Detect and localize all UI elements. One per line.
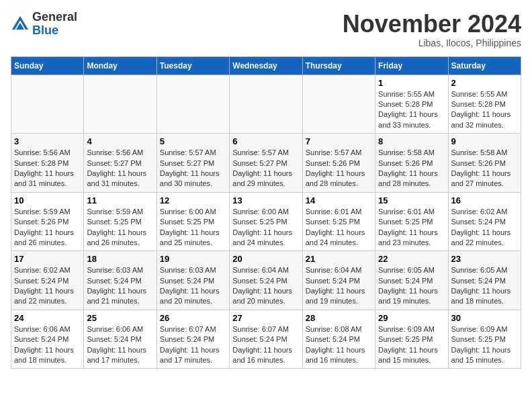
calendar-cell (11, 75, 84, 134)
logo-blue-text: Blue (32, 24, 58, 37)
day-info: Sunrise: 6:04 AM Sunset: 5:24 PM Dayligh… (306, 265, 372, 307)
weekday-header-wednesday: Wednesday (230, 56, 302, 75)
month-title: November 2024 (343, 11, 521, 38)
day-number: 30 (451, 313, 518, 323)
calendar-cell: 27Sunrise: 6:07 AM Sunset: 5:24 PM Dayli… (230, 310, 302, 369)
day-info: Sunrise: 6:08 AM Sunset: 5:24 PM Dayligh… (306, 324, 372, 366)
weekday-header-tuesday: Tuesday (157, 56, 229, 75)
calendar-cell: 4Sunrise: 5:56 AM Sunset: 5:27 PM Daylig… (84, 134, 157, 193)
day-info: Sunrise: 6:07 AM Sunset: 5:24 PM Dayligh… (232, 324, 299, 366)
day-number: 5 (160, 136, 226, 146)
day-number: 23 (451, 254, 518, 264)
logo-text: General Blue (32, 11, 77, 38)
day-info: Sunrise: 5:57 AM Sunset: 5:27 PM Dayligh… (160, 148, 226, 189)
calendar-cell: 29Sunrise: 6:09 AM Sunset: 5:25 PM Dayli… (375, 310, 448, 369)
day-number: 14 (306, 195, 372, 205)
day-info: Sunrise: 6:01 AM Sunset: 5:25 PM Dayligh… (306, 207, 372, 248)
calendar-cell (84, 75, 157, 134)
day-info: Sunrise: 6:02 AM Sunset: 5:24 PM Dayligh… (451, 207, 518, 248)
day-number: 19 (160, 254, 226, 264)
calendar-cell: 12Sunrise: 6:00 AM Sunset: 5:25 PM Dayli… (157, 192, 229, 251)
day-info: Sunrise: 6:02 AM Sunset: 5:24 PM Dayligh… (14, 265, 81, 307)
day-number: 27 (232, 313, 299, 323)
logo: General Blue (11, 11, 77, 38)
day-number: 15 (378, 195, 445, 205)
day-info: Sunrise: 6:09 AM Sunset: 5:25 PM Dayligh… (451, 324, 518, 366)
day-info: Sunrise: 5:58 AM Sunset: 5:26 PM Dayligh… (451, 148, 518, 189)
calendar-cell: 9Sunrise: 5:58 AM Sunset: 5:26 PM Daylig… (448, 134, 521, 193)
calendar-cell: 28Sunrise: 6:08 AM Sunset: 5:24 PM Dayli… (302, 310, 375, 369)
calendar-week-4: 17Sunrise: 6:02 AM Sunset: 5:24 PM Dayli… (11, 251, 521, 310)
calendar-week-1: 1Sunrise: 5:55 AM Sunset: 5:28 PM Daylig… (11, 75, 521, 134)
day-number: 26 (160, 313, 226, 323)
day-info: Sunrise: 6:00 AM Sunset: 5:25 PM Dayligh… (160, 207, 226, 248)
calendar-cell (157, 75, 229, 134)
day-number: 8 (378, 136, 445, 146)
day-number: 3 (14, 136, 81, 146)
day-info: Sunrise: 6:03 AM Sunset: 5:24 PM Dayligh… (87, 265, 153, 307)
calendar-cell: 17Sunrise: 6:02 AM Sunset: 5:24 PM Dayli… (11, 251, 84, 310)
day-info: Sunrise: 5:56 AM Sunset: 5:28 PM Dayligh… (14, 148, 81, 189)
weekday-header-saturday: Saturday (448, 56, 521, 75)
day-number: 6 (232, 136, 299, 146)
day-number: 28 (306, 313, 372, 323)
calendar-cell: 30Sunrise: 6:09 AM Sunset: 5:25 PM Dayli… (448, 310, 521, 369)
day-number: 7 (306, 136, 372, 146)
day-info: Sunrise: 6:05 AM Sunset: 5:24 PM Dayligh… (378, 265, 445, 307)
calendar-cell: 5Sunrise: 5:57 AM Sunset: 5:27 PM Daylig… (157, 134, 229, 193)
day-number: 11 (87, 195, 153, 205)
title-block: November 2024 Libas, Ilocos, Philippines (343, 11, 521, 48)
calendar-cell: 15Sunrise: 6:01 AM Sunset: 5:25 PM Dayli… (375, 192, 448, 251)
day-number: 9 (451, 136, 518, 146)
calendar-cell: 1Sunrise: 5:55 AM Sunset: 5:28 PM Daylig… (375, 75, 448, 134)
day-info: Sunrise: 5:55 AM Sunset: 5:28 PM Dayligh… (378, 89, 445, 131)
calendar-cell: 24Sunrise: 6:06 AM Sunset: 5:24 PM Dayli… (11, 310, 84, 369)
calendar-cell: 3Sunrise: 5:56 AM Sunset: 5:28 PM Daylig… (11, 134, 84, 193)
day-info: Sunrise: 5:56 AM Sunset: 5:27 PM Dayligh… (87, 148, 153, 189)
day-number: 20 (232, 254, 299, 264)
day-number: 29 (378, 313, 445, 323)
calendar-cell: 7Sunrise: 5:57 AM Sunset: 5:26 PM Daylig… (302, 134, 375, 193)
day-number: 12 (160, 195, 226, 205)
calendar-cell: 6Sunrise: 5:57 AM Sunset: 5:27 PM Daylig… (230, 134, 302, 193)
weekday-header-sunday: Sunday (11, 56, 84, 75)
day-info: Sunrise: 6:01 AM Sunset: 5:25 PM Dayligh… (378, 207, 445, 248)
day-info: Sunrise: 5:58 AM Sunset: 5:26 PM Dayligh… (378, 148, 445, 189)
calendar-week-5: 24Sunrise: 6:06 AM Sunset: 5:24 PM Dayli… (11, 310, 521, 369)
day-number: 18 (87, 254, 153, 264)
logo-icon (11, 15, 30, 34)
weekday-header-thursday: Thursday (302, 56, 375, 75)
calendar-cell: 19Sunrise: 6:03 AM Sunset: 5:24 PM Dayli… (157, 251, 229, 310)
calendar-table: SundayMondayTuesdayWednesdayThursdayFrid… (11, 56, 521, 369)
calendar-cell (230, 75, 302, 134)
calendar-cell: 14Sunrise: 6:01 AM Sunset: 5:25 PM Dayli… (302, 192, 375, 251)
day-number: 24 (14, 313, 81, 323)
logo-general-text: General (32, 10, 77, 24)
day-number: 2 (451, 78, 518, 88)
calendar-cell: 22Sunrise: 6:05 AM Sunset: 5:24 PM Dayli… (375, 251, 448, 310)
calendar-cell: 10Sunrise: 5:59 AM Sunset: 5:26 PM Dayli… (11, 192, 84, 251)
day-info: Sunrise: 5:57 AM Sunset: 5:27 PM Dayligh… (232, 148, 299, 189)
day-info: Sunrise: 6:04 AM Sunset: 5:24 PM Dayligh… (232, 265, 299, 307)
calendar-cell: 26Sunrise: 6:07 AM Sunset: 5:24 PM Dayli… (157, 310, 229, 369)
day-number: 16 (451, 195, 518, 205)
day-number: 25 (87, 313, 153, 323)
weekday-header-monday: Monday (84, 56, 157, 75)
calendar-cell: 23Sunrise: 6:05 AM Sunset: 5:24 PM Dayli… (448, 251, 521, 310)
calendar-cell: 16Sunrise: 6:02 AM Sunset: 5:24 PM Dayli… (448, 192, 521, 251)
calendar-cell: 2Sunrise: 5:55 AM Sunset: 5:28 PM Daylig… (448, 75, 521, 134)
calendar-cell: 21Sunrise: 6:04 AM Sunset: 5:24 PM Dayli… (302, 251, 375, 310)
day-info: Sunrise: 6:00 AM Sunset: 5:25 PM Dayligh… (232, 207, 299, 248)
day-info: Sunrise: 6:06 AM Sunset: 5:24 PM Dayligh… (14, 324, 81, 366)
day-info: Sunrise: 6:03 AM Sunset: 5:24 PM Dayligh… (160, 265, 226, 307)
weekday-header-friday: Friday (375, 56, 448, 75)
day-info: Sunrise: 5:55 AM Sunset: 5:28 PM Dayligh… (451, 89, 518, 131)
calendar-cell: 20Sunrise: 6:04 AM Sunset: 5:24 PM Dayli… (230, 251, 302, 310)
calendar-week-2: 3Sunrise: 5:56 AM Sunset: 5:28 PM Daylig… (11, 134, 521, 193)
day-info: Sunrise: 6:05 AM Sunset: 5:24 PM Dayligh… (451, 265, 518, 307)
day-info: Sunrise: 5:59 AM Sunset: 5:26 PM Dayligh… (14, 207, 81, 248)
calendar-cell: 11Sunrise: 5:59 AM Sunset: 5:25 PM Dayli… (84, 192, 157, 251)
calendar-week-3: 10Sunrise: 5:59 AM Sunset: 5:26 PM Dayli… (11, 192, 521, 251)
day-number: 21 (306, 254, 372, 264)
day-info: Sunrise: 6:06 AM Sunset: 5:24 PM Dayligh… (87, 324, 153, 366)
